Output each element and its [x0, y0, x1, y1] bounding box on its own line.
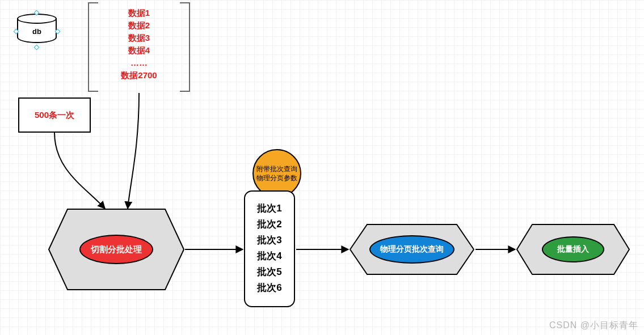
data-item: ……: [88, 57, 190, 69]
batch-item: 批次6: [245, 280, 294, 296]
db-cylinder: db: [17, 14, 57, 48]
insert-hexagon: 批量插入: [516, 224, 630, 275]
data-item: 数据4: [88, 44, 190, 57]
watermark-text: CSDN @小目标青年: [549, 320, 638, 332]
batch-size-label: 500条一次: [35, 110, 74, 121]
db-label: db: [17, 27, 57, 36]
data-item: 数据2700: [88, 69, 190, 82]
batch-item: 批次4: [245, 248, 294, 264]
diagram-canvas: db 数据1 数据2 数据3 数据4 …… 数据2700 500条一次 切割分批…: [0, 0, 644, 335]
circle-text-line2: 物理分页参数: [256, 173, 297, 183]
batch-item: 批次3: [245, 232, 294, 248]
batch-list-box: 批次1 批次2 批次3 批次4 批次5 批次6: [244, 190, 295, 307]
batch-item: 批次1: [245, 201, 294, 217]
data-item: 数据1: [88, 7, 190, 19]
query-hexagon: 物理分页批次查询: [350, 224, 474, 275]
batch-item: 批次2: [245, 217, 294, 232]
data-list-bracket: 数据1 数据2 数据3 数据4 …… 数据2700: [88, 2, 190, 93]
bracket-left-icon: [88, 2, 98, 92]
svg-marker-0: [49, 209, 184, 290]
selection-handle-icon: [34, 45, 40, 50]
data-item: 数据2: [88, 19, 190, 32]
bracket-right-icon: [180, 2, 190, 92]
batch-size-box: 500条一次: [18, 97, 91, 133]
data-item: 数据3: [88, 32, 190, 44]
circle-text-line1: 附带批次查询: [256, 164, 297, 173]
split-hexagon: 切割分批处理: [48, 209, 184, 290]
svg-marker-1: [350, 224, 474, 274]
batch-item: 批次5: [245, 264, 294, 280]
svg-marker-2: [517, 224, 629, 274]
data-list-items: 数据1 数据2 数据3 数据4 …… 数据2700: [88, 2, 190, 82]
